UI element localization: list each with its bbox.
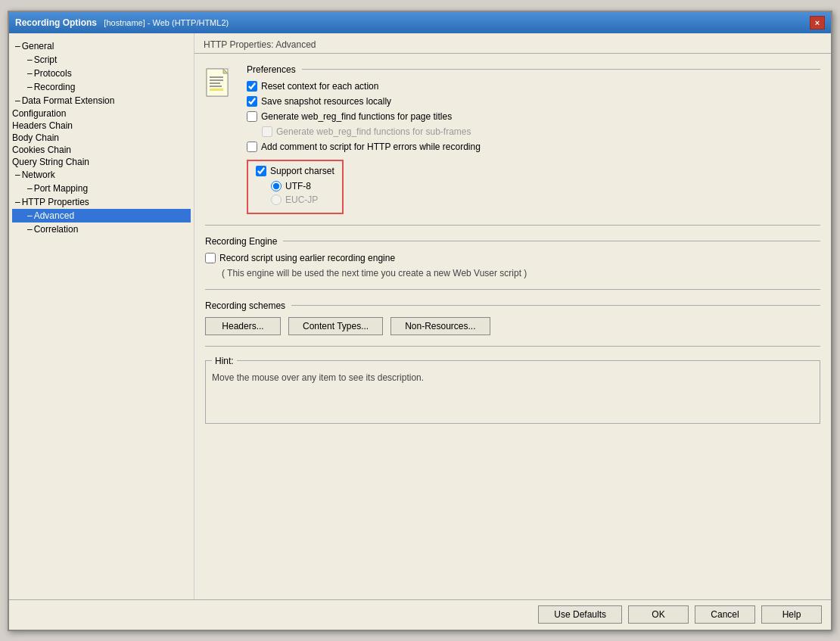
support-charset-checkbox[interactable] [256, 166, 266, 176]
add-comment-checkbox[interactable] [247, 142, 257, 152]
eucjp-radio [271, 194, 282, 205]
earlier-engine-note: ( This engine will be used the next time… [222, 268, 820, 278]
save-snapshot-row: Save snapshot resources locally [247, 96, 820, 107]
preferences-divider [302, 69, 820, 70]
reset-context-label: Reset context for each action [261, 81, 378, 92]
support-charset-row: Support charset [256, 166, 334, 176]
sidebar-item-recording[interactable]: Recording [12, 80, 191, 94]
reset-context-row: Reset context for each action [247, 81, 820, 92]
section-header-text: HTTP Properties: Advanced [204, 39, 316, 50]
bottom-bar: Use Defaults OK Cancel Help [9, 599, 831, 630]
main-content: General Script Protocols Recording Data … [9, 33, 831, 599]
section-header: HTTP Properties: Advanced [194, 33, 831, 54]
preferences-icon [205, 67, 239, 105]
scheme-buttons-row: Headers... Content Types... Non-Resource… [205, 317, 820, 335]
window-title-sub: [hostname] - Web (HTTP/HTML2) [104, 18, 229, 27]
generate-webreg-row: Generate web_reg_find functions for page… [247, 111, 820, 122]
recording-engine-area: Recording Engine Record script using ear… [194, 232, 831, 283]
generate-webreg-checkbox[interactable] [247, 111, 257, 122]
sidebar-item-script[interactable]: Script [12, 53, 191, 67]
reset-context-checkbox[interactable] [247, 81, 257, 92]
main-window: Recording Options [hostname] - Web (HTTP… [8, 11, 832, 631]
svg-rect-7 [210, 89, 223, 91]
generate-webreg-label: Generate web_reg_find functions for page… [261, 111, 452, 122]
help-button[interactable]: Help [761, 605, 822, 624]
preferences-area: Preferences Reset context for each actio… [194, 60, 831, 219]
sidebar-item-port-mapping[interactable]: Port Mapping [12, 182, 191, 195]
svg-rect-3 [210, 76, 223, 78]
generate-subframes-label: Generate web_reg_find functions for sub-… [276, 126, 471, 137]
earlier-engine-label: Record script using earlier recording en… [219, 253, 395, 263]
earlier-engine-checkbox[interactable] [205, 253, 216, 263]
sidebar-item-correlation[interactable]: Correlation [12, 222, 191, 236]
window-title-main: Recording Options [15, 17, 97, 28]
save-snapshot-checkbox[interactable] [247, 96, 257, 107]
window-title: Recording Options [hostname] - Web (HTTP… [15, 17, 229, 28]
utf8-label: UTF-8 [285, 181, 311, 191]
sidebar-item-data-format[interactable]: Data Format Extension [12, 94, 191, 107]
sidebar-item-query-string-chain[interactable]: Query String Chain [12, 156, 191, 168]
utf8-row: UTF-8 [271, 181, 334, 191]
generate-subframes-row: Generate web_reg_find functions for sub-… [262, 126, 820, 137]
sidebar-item-headers-chain[interactable]: Headers Chain [12, 120, 191, 132]
save-snapshot-label: Save snapshot resources locally [261, 96, 391, 107]
content-types-button[interactable]: Content Types... [288, 317, 383, 335]
title-bar: Recording Options [hostname] - Web (HTTP… [9, 12, 831, 33]
eucjp-label: EUC-JP [285, 194, 318, 205]
sidebar-item-general[interactable]: General [12, 39, 191, 53]
divider-2 [205, 289, 820, 290]
sidebar: General Script Protocols Recording Data … [9, 33, 194, 599]
sidebar-item-advanced[interactable]: Advanced [12, 209, 191, 222]
utf8-radio[interactable] [271, 181, 282, 191]
close-button[interactable]: × [810, 16, 825, 30]
preferences-title-row: Preferences [247, 64, 820, 75]
window-body: General Script Protocols Recording Data … [9, 33, 831, 630]
svg-rect-4 [210, 79, 223, 81]
recording-engine-divider [283, 241, 820, 241]
sidebar-item-network[interactable]: Network [12, 168, 191, 182]
recording-engine-label: Recording Engine [205, 236, 277, 247]
sidebar-item-body-chain[interactable]: Body Chain [12, 132, 191, 144]
cancel-button[interactable]: Cancel [695, 605, 755, 624]
sidebar-item-protocols[interactable]: Protocols [12, 67, 191, 80]
add-comment-row: Add comment to script for HTTP errors wh… [247, 142, 820, 152]
hint-fieldset: Hint: Move the mouse over any item to se… [205, 356, 820, 424]
add-comment-label: Add comment to script for HTTP errors wh… [261, 142, 481, 152]
headers-button[interactable]: Headers... [205, 317, 281, 335]
support-charset-label: Support charset [270, 166, 334, 176]
divider-1 [205, 225, 820, 226]
divider-3 [205, 346, 820, 347]
eucjp-row: EUC-JP [271, 194, 334, 205]
hint-legend: Hint: [212, 356, 237, 366]
sidebar-item-configuration[interactable]: Configuration [12, 107, 191, 120]
preferences-label: Preferences [247, 64, 296, 75]
right-panel: HTTP Properties: Advanced [194, 33, 831, 599]
svg-rect-6 [210, 86, 222, 87]
recording-schemes-divider [291, 305, 820, 306]
sidebar-item-http-properties[interactable]: HTTP Properties [12, 195, 191, 209]
recording-schemes-title-row: Recording schemes [205, 300, 820, 311]
hint-text: Move the mouse over any item to see its … [212, 372, 814, 383]
recording-engine-title-row: Recording Engine [205, 236, 820, 247]
preferences-options: Preferences Reset context for each actio… [247, 64, 820, 214]
ok-button[interactable]: OK [628, 605, 689, 624]
earlier-engine-row: Record script using earlier recording en… [205, 253, 820, 263]
non-resources-button[interactable]: Non-Resources... [390, 317, 490, 335]
recording-schemes-area: Recording schemes Headers... Content Typ… [194, 296, 831, 340]
svg-rect-5 [210, 82, 220, 84]
hint-container: Hint: Move the mouse over any item to se… [205, 356, 820, 424]
generate-subframes-checkbox [262, 126, 272, 137]
sidebar-item-cookies-chain[interactable]: Cookies Chain [12, 144, 191, 156]
use-defaults-button[interactable]: Use Defaults [538, 605, 622, 624]
recording-schemes-label: Recording schemes [205, 300, 285, 311]
support-charset-box: Support charset UTF-8 EUC-JP [247, 160, 344, 214]
